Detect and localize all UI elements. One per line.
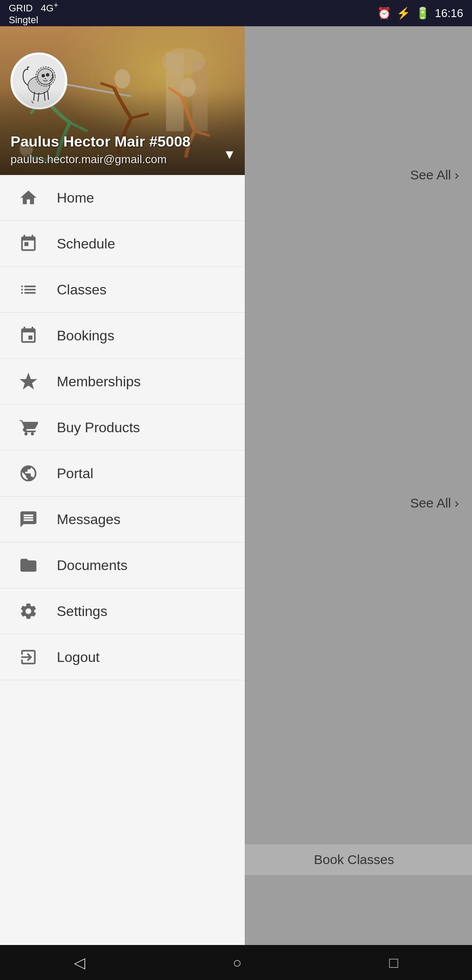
sidebar-item-bookings[interactable]: Bookings	[0, 313, 245, 359]
dropdown-arrow-icon[interactable]: ▼	[223, 147, 236, 162]
schedule-label: Schedule	[57, 236, 115, 252]
home-button[interactable]: ○	[233, 954, 242, 971]
user-email: paulus.hector.mair@gmail.com	[10, 153, 234, 166]
back-button[interactable]: ◁	[74, 954, 85, 971]
status-icons: ⏰ ⚡ 🔋 16:16	[377, 7, 463, 20]
chevron-right-icon2: ›	[455, 496, 459, 511]
see-all-bar-bottom[interactable]: See All ›	[236, 490, 472, 516]
classes-label: Classes	[57, 282, 107, 298]
svg-point-11	[38, 69, 53, 84]
navigation-drawer: Paulus Hector Mair #5008 paulus.hector.m…	[0, 26, 245, 945]
logout-label: Logout	[57, 649, 100, 665]
battery-icon: 🔋	[416, 7, 430, 20]
memberships-icon	[13, 372, 44, 391]
messages-icon	[13, 510, 44, 529]
svg-point-2	[162, 48, 205, 74]
nav-list: Home Schedule Classes	[0, 175, 245, 945]
bookings-label: Bookings	[57, 328, 115, 344]
status-bar: GRID 4G+ Singtel ⏰ ⚡ 🔋 16:16	[0, 0, 472, 26]
alarm-icon: ⏰	[377, 7, 391, 20]
see-all-top-text[interactable]: See All ›	[410, 168, 459, 182]
messages-label: Messages	[57, 511, 121, 528]
globe-icon	[13, 464, 44, 483]
bottom-navigation-bar: ◁ ○ □	[0, 945, 472, 980]
user-name: Paulus Hector Mair #5008	[10, 133, 234, 150]
logout-icon	[13, 648, 44, 667]
sidebar-item-buy-products[interactable]: Buy Products	[0, 405, 245, 451]
svg-point-18	[42, 74, 45, 77]
settings-label: Settings	[57, 603, 108, 620]
drawer-header-overlay: Paulus Hector Mair #5008 paulus.hector.m…	[0, 89, 245, 175]
see-all-bottom-text[interactable]: See All ›	[410, 496, 459, 511]
carrier-info: GRID 4G+ Singtel	[9, 0, 58, 26]
sidebar-item-documents[interactable]: Documents	[0, 542, 245, 588]
schedule-icon	[13, 234, 44, 253]
sidebar-item-messages[interactable]: Messages	[0, 497, 245, 542]
sidebar-item-classes[interactable]: Classes	[0, 267, 245, 313]
memberships-label: Memberships	[57, 374, 141, 390]
sidebar-item-memberships[interactable]: Memberships	[0, 359, 245, 405]
settings-icon	[13, 602, 44, 621]
clock: 16:16	[435, 7, 463, 20]
carrier2-name: Singtel	[9, 14, 58, 26]
documents-label: Documents	[57, 557, 128, 574]
see-all-bar-top[interactable]: See All ›	[236, 162, 472, 188]
recent-apps-button[interactable]: □	[389, 954, 399, 971]
sidebar-item-logout[interactable]: Logout	[0, 634, 245, 680]
bookings-icon	[13, 326, 44, 345]
sidebar-item-schedule[interactable]: Schedule	[0, 221, 245, 267]
book-classes-button[interactable]: Book Classes	[236, 844, 472, 875]
sidebar-item-settings[interactable]: Settings	[0, 588, 245, 634]
drawer-header: Paulus Hector Mair #5008 paulus.hector.m…	[0, 26, 245, 175]
sidebar-item-portal[interactable]: Portal	[0, 451, 245, 497]
buy-products-label: Buy Products	[57, 420, 140, 436]
carrier-name: GRID 4G+	[9, 0, 58, 14]
chevron-right-icon: ›	[455, 168, 459, 182]
home-label: Home	[57, 190, 94, 206]
classes-icon	[13, 280, 44, 299]
sidebar-item-home[interactable]: Home	[0, 175, 245, 221]
home-icon	[13, 188, 44, 207]
portal-label: Portal	[57, 466, 94, 482]
cart-icon	[13, 418, 44, 437]
svg-point-17	[46, 74, 49, 76]
bluetooth-icon: ⚡	[396, 7, 410, 20]
documents-icon	[13, 556, 44, 575]
svg-point-6	[115, 69, 130, 88]
